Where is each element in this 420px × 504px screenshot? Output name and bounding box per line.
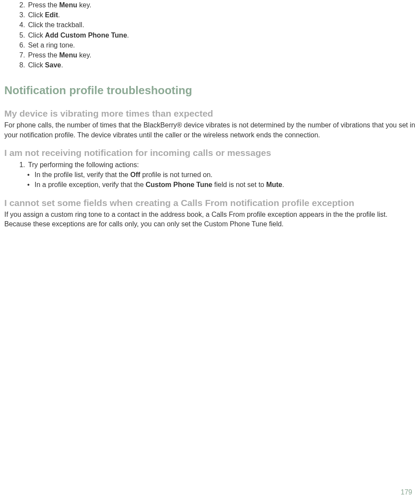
step-item: 4.Click the trackball.: [17, 20, 416, 30]
troubleshoot-bullets: In the profile list, verify that the Off…: [24, 170, 416, 190]
section-heading-troubleshooting: Notification profile troubleshooting: [4, 84, 416, 97]
subsection-heading-not-receiving: I am not receiving notification for inco…: [4, 148, 416, 158]
step-item: 1.Try performing the following actions:: [17, 160, 416, 170]
bullet-item: In a profile exception, verify that the …: [24, 180, 416, 190]
subsection-heading-cannot-set: I cannot set some fields when creating a…: [4, 198, 416, 208]
step-item: 2.Press the Menu key.: [17, 0, 416, 10]
paragraph-cannot-set: If you assign a custom ring tone to a co…: [4, 210, 416, 229]
bullet-item: In the profile list, verify that the Off…: [24, 170, 416, 180]
step-item: 6.Set a ring tone.: [17, 40, 416, 50]
instruction-steps: 2.Press the Menu key. 3.Click Edit. 4.Cl…: [17, 0, 416, 70]
paragraph-vibrating: For phone calls, the number of times tha…: [4, 120, 416, 140]
step-item: 7.Press the Menu key.: [17, 50, 416, 60]
step-item: 8.Click Save.: [17, 60, 416, 70]
subsection-heading-vibrating: My device is vibrating more times than e…: [4, 108, 416, 119]
step-item: 5.Click Add Custom Phone Tune.: [17, 30, 416, 40]
troubleshoot-steps: 1.Try performing the following actions:: [17, 160, 416, 170]
step-item: 3.Click Edit.: [17, 10, 416, 20]
page-number: 179: [401, 488, 412, 496]
